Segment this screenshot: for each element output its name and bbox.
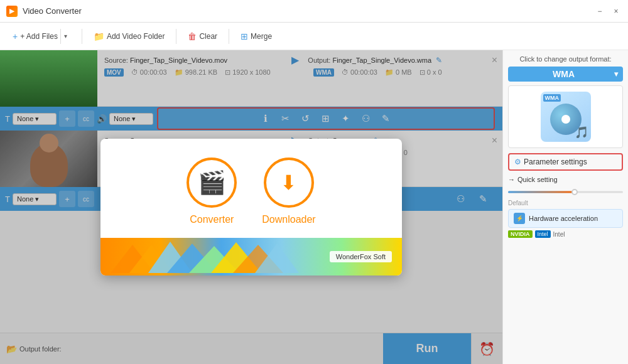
quick-arrow: → [508, 176, 515, 183]
brand-label: WonderFox Soft [336, 253, 386, 260]
wma-label: WMA [543, 94, 561, 102]
window-controls: − × [594, 6, 622, 17]
mode-selection-popup: 🎬 Converter ⬇ Downloader [100, 139, 402, 276]
minimize-button[interactable]: − [594, 6, 605, 17]
plus-icon: + [13, 31, 18, 41]
quality-slider[interactable] [508, 186, 623, 198]
converter-label: Converter [190, 214, 234, 225]
divider-3 [229, 29, 229, 44]
slider-fill [508, 191, 577, 193]
slider-track [508, 191, 623, 193]
hw-accel-label: Hardware acceleration [529, 215, 598, 222]
clear-label: Clear [199, 32, 217, 41]
param-settings-button[interactable]: ⚙ Parameter settings [508, 153, 623, 171]
folder-icon: 📁 [94, 31, 104, 41]
format-selector[interactable]: WMA ▾ [508, 67, 623, 82]
popup-icons-area: 🎬 Converter ⬇ Downloader [100, 139, 402, 238]
popup-overlay[interactable]: 🎬 Converter ⬇ Downloader [0, 50, 502, 364]
slider-default-label: Default [508, 200, 623, 206]
nvidia-badge: NVIDIA [508, 230, 533, 238]
music-note: 🎵 [575, 126, 588, 139]
converter-icon: 🎬 [187, 158, 237, 208]
hw-icon: ⚡ [514, 213, 525, 224]
add-folder-button[interactable]: 📁 Add Video Folder [87, 28, 171, 45]
merge-icon: ⊞ [241, 31, 248, 41]
right-panel: Click to change output format: WMA ▾ WMA… [502, 50, 628, 364]
downloader-icon: ⬇ [264, 158, 314, 208]
trash-icon: 🗑 [188, 31, 197, 41]
downloader-label: Downloader [262, 214, 315, 225]
intel-badge: Intel [535, 230, 551, 238]
format-dropdown-icon: ▾ [614, 70, 618, 78]
intel-label: Intel [553, 231, 565, 238]
main-toolbar: + + Add Files ▾ 📁 Add Video Folder 🗑 Cle… [0, 23, 628, 50]
divider-2 [176, 29, 176, 44]
param-settings-label: Parameter settings [524, 158, 587, 166]
clear-button[interactable]: 🗑 Clear [181, 28, 224, 45]
divider-1 [82, 29, 82, 44]
popup-bottom-bar: WonderFox Soft [100, 238, 402, 276]
hw-acceleration-button[interactable]: ⚡ Hardware acceleration [508, 209, 623, 228]
title-bar: ▶ Video Converter − × [0, 0, 628, 23]
add-files-button[interactable]: + + Add Files ▾ [6, 26, 77, 47]
gpu-support-row: NVIDIA Intel Intel [508, 230, 623, 238]
triangles-svg [111, 238, 324, 273]
downloader-option[interactable]: ⬇ Downloader [262, 158, 315, 225]
add-files-dropdown[interactable]: ▾ [60, 29, 70, 44]
converter-option[interactable]: 🎬 Converter [187, 158, 237, 225]
app-icon: ▶ [6, 6, 18, 17]
triangle-area [111, 238, 330, 276]
format-hint: Click to change output format: [508, 55, 623, 63]
close-button[interactable]: × [610, 6, 622, 17]
app-title: Video Converter [23, 6, 594, 16]
add-folder-label: Add Video Folder [107, 32, 165, 41]
add-files-label: + Add Files [20, 32, 58, 41]
param-icon: ⚙ [514, 158, 521, 166]
file-area: Source: Finger_Tap_Single_Videvo.mov ▶ O… [0, 50, 502, 364]
quick-setting-label: → Quick setting [508, 176, 623, 183]
slider-thumb[interactable] [571, 189, 578, 195]
format-label: WMA [513, 69, 614, 79]
merge-label: Merge [251, 32, 272, 41]
format-preview: WMA 🎵 [508, 85, 623, 148]
wma-icon: WMA 🎵 [541, 92, 591, 142]
brand-badge: WonderFox Soft [330, 251, 392, 262]
quick-setting-text: Quick setting [517, 176, 558, 183]
main-layout: Source: Finger_Tap_Single_Videvo.mov ▶ O… [0, 50, 628, 364]
merge-button[interactable]: ⊞ Merge [234, 28, 278, 45]
